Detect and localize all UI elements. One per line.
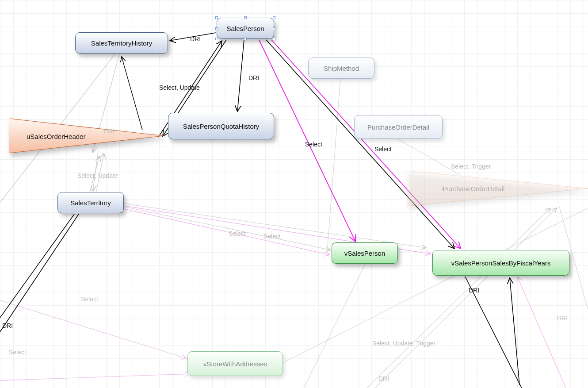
node-v-sales-person[interactable]: vSalesPerson bbox=[332, 242, 398, 264]
node-label: ShipMethod bbox=[324, 65, 359, 72]
edge-st-bl1 bbox=[0, 214, 79, 332]
edge-faded bbox=[304, 264, 365, 388]
edge-label-dri: DRI bbox=[248, 74, 259, 81]
edge-dri-below-vspfy-in bbox=[511, 278, 522, 388]
trigger-i-purchase-order-detail[interactable]: iPurchaseOrderDetail bbox=[407, 171, 588, 206]
edge-faded bbox=[124, 209, 330, 255]
edge-label-dri: DRI bbox=[190, 35, 201, 42]
node-v-sales-person-fy[interactable]: vSalesPersonSalesByFiscalYears bbox=[432, 250, 569, 276]
edge-dri-up-into-vspfy bbox=[510, 278, 519, 385]
edge-faded bbox=[375, 208, 557, 388]
edge-dri-below-vspfy-arrowhead bbox=[512, 279, 520, 385]
node-sales-territory[interactable]: SalesTerritory bbox=[57, 192, 124, 213]
edge-dri-below-vspfy bbox=[465, 277, 522, 388]
node-label: vSalesPerson bbox=[344, 250, 386, 257]
edge-label-dri: DRI bbox=[2, 322, 13, 329]
edge-label-select-update: Select, Update bbox=[77, 172, 118, 179]
edge-faded bbox=[124, 207, 331, 250]
trigger-u-sales-order-header[interactable]: uSalesOrderHeader bbox=[9, 119, 164, 153]
edge-label-dri: DRI bbox=[469, 287, 479, 294]
edge-faded bbox=[0, 300, 187, 358]
edge-faded bbox=[0, 374, 190, 380]
edge-faded bbox=[90, 156, 99, 192]
edge-usoh-st-a bbox=[93, 151, 98, 191]
node-v-store-with-addresses[interactable]: vStoreWithAddresses bbox=[187, 351, 283, 376]
node-purchase-order-detail[interactable]: PurchaseOrderDetail bbox=[354, 115, 443, 139]
edge-faded bbox=[367, 208, 550, 388]
diagram-canvas[interactable]: uSalesOrderHeader iPurchaseOrderDetail S… bbox=[0, 0, 588, 388]
edge-label-select-update: Select, Update bbox=[159, 84, 200, 91]
edge-label-select-update-trigger: Select, Update, Trigger bbox=[372, 340, 435, 347]
edge-dri-salesperson-spqh bbox=[237, 40, 244, 111]
edge-faded bbox=[283, 208, 588, 363]
edge-usoh-st-b bbox=[96, 153, 104, 191]
edge-label-select: Select bbox=[305, 141, 322, 148]
node-label: PurchaseOrderDetail bbox=[367, 123, 429, 131]
node-sales-person-quota-history[interactable]: SalesPersonQuotaHistory bbox=[168, 113, 274, 139]
node-label: vSalesPersonSalesByFiscalYears bbox=[451, 259, 551, 267]
edge-label-select-trigger: Select, Trigger bbox=[451, 163, 491, 170]
trigger-label: iPurchaseOrderDetail bbox=[441, 185, 504, 192]
node-label: SalesTerritoryHistory bbox=[91, 39, 152, 47]
edge-faded bbox=[327, 79, 340, 252]
edge-label-dri: DRI bbox=[557, 315, 568, 322]
edge-faded bbox=[124, 204, 426, 248]
edge-dri-salesperson-sth bbox=[170, 33, 216, 41]
edge-faded bbox=[397, 139, 460, 175]
edge-label-dri: DRI bbox=[378, 375, 389, 382]
edge-faded bbox=[517, 277, 566, 388]
edge-label-select: Select bbox=[9, 349, 26, 356]
edge-st-bl2 bbox=[0, 214, 74, 318]
edge-label-select: Select bbox=[374, 146, 392, 153]
edge-label-select: Select bbox=[81, 296, 98, 303]
node-label: vStoreWithAddresses bbox=[203, 360, 267, 368]
node-sales-person[interactable]: SalesPerson bbox=[217, 18, 274, 39]
node-label: SalesPerson bbox=[226, 25, 264, 32]
node-sales-territory-history[interactable]: SalesTerritoryHistory bbox=[75, 32, 168, 54]
node-ship-method[interactable]: ShipMethod bbox=[308, 58, 374, 79]
trigger-label: uSalesOrderHeader bbox=[27, 133, 85, 140]
edge-label-select: Select bbox=[263, 233, 281, 240]
node-label: SalesPersonQuotaHistory bbox=[183, 123, 260, 130]
edge-label-select: Select bbox=[229, 230, 246, 237]
node-label: SalesTerritory bbox=[70, 199, 111, 207]
